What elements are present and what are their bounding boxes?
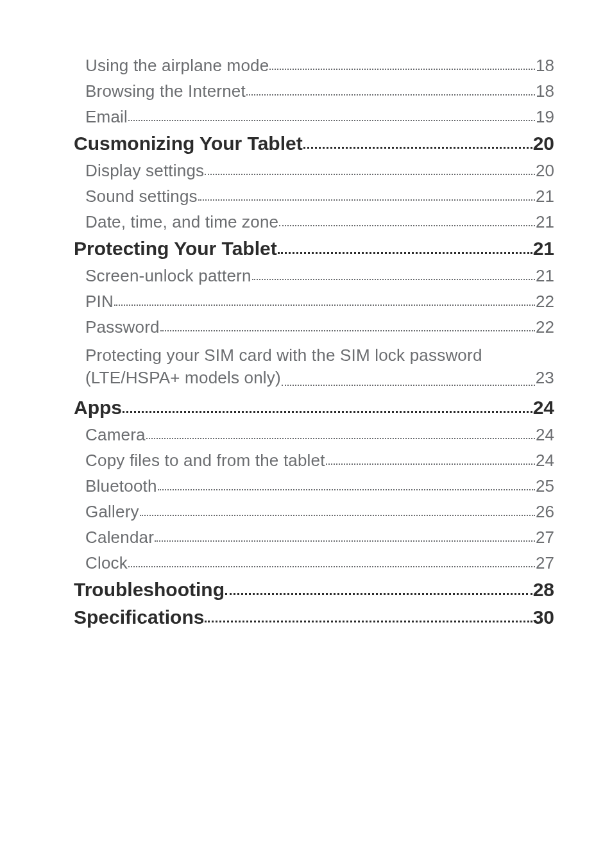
toc-entry-multiline: Protecting your SIM card with the SIM lo… (85, 344, 554, 389)
toc-label: Apps (74, 398, 122, 417)
toc-label: Cusmonizing Your Tablet (74, 134, 303, 153)
toc-label: Screen-unlock pattern (85, 267, 251, 284)
toc-leader-dots (160, 330, 535, 331)
toc-leader-dots (282, 385, 535, 386)
toc-page-number: 18 (536, 83, 554, 99)
toc-label-line2: (LTE/HSPA+ models only) (85, 367, 281, 389)
toc-label: Browsing the Internet (85, 83, 246, 99)
toc-label: Protecting Your Tablet (74, 239, 277, 258)
toc-entry: Display settings 20 (85, 162, 554, 179)
toc-page-number: 27 (536, 529, 554, 546)
toc-leader-dots (278, 252, 532, 254)
toc-leader-dots (128, 120, 535, 121)
toc-label: Sound settings (85, 188, 198, 204)
toc-entry: Browsing the Internet 18 (85, 83, 554, 99)
toc-label: Specifications (74, 608, 204, 627)
toc-section-heading: Specifications 30 (74, 608, 554, 627)
toc-page-number: 18 (536, 57, 554, 74)
toc-leader-dots (205, 174, 535, 175)
toc-page-number: 27 (536, 555, 554, 571)
toc-label: Clock (85, 555, 128, 571)
toc-label: Camera (85, 426, 146, 443)
toc-entry: PIN 22 (85, 293, 554, 310)
toc-leader-dots (303, 147, 532, 149)
toc-label: Troubleshooting (74, 580, 225, 599)
toc-entry: Using the airplane mode 18 (85, 57, 554, 74)
toc-page-number: 19 (536, 108, 554, 125)
toc-leader-dots (114, 305, 535, 306)
toc-page-number: 23 (536, 367, 554, 389)
toc-section-heading: Apps 24 (74, 398, 554, 417)
toc-leader-dots (155, 540, 535, 542)
toc-section-heading: Troubleshooting 28 (74, 580, 554, 599)
toc-label: Using the airplane mode (85, 57, 269, 74)
toc-page-number: 21 (536, 213, 554, 230)
toc-page-number: 22 (536, 293, 554, 310)
toc-page-number: 25 (536, 478, 554, 494)
toc-leader-dots (158, 489, 535, 490)
toc-leader-dots (123, 411, 532, 413)
toc-leader-dots (252, 279, 536, 280)
toc-entry: Camera 24 (85, 426, 554, 443)
toc-page-number: 26 (536, 503, 554, 520)
toc-leader-dots (246, 94, 535, 96)
toc-page-number: 30 (533, 608, 554, 627)
toc-leader-dots (205, 621, 532, 622)
toc-entry: Sound settings 21 (85, 188, 554, 204)
toc-leader-dots (128, 566, 535, 567)
toc-page-number: 24 (533, 398, 554, 417)
toc-leader-dots (140, 515, 535, 516)
toc-label: Copy files to and from the tablet (85, 452, 325, 469)
toc-page-number: 20 (533, 134, 554, 153)
toc-label: Display settings (85, 162, 204, 179)
toc-leader-dots (326, 463, 535, 465)
toc-page-number: 21 (536, 188, 554, 204)
toc-label: Bluetooth (85, 478, 157, 494)
toc-entry: Gallery 26 (85, 503, 554, 520)
toc-page-number: 24 (536, 452, 554, 469)
toc-entry: Password 22 (85, 319, 554, 335)
toc-entry: Copy files to and from the tablet 24 (85, 452, 554, 469)
toc-page-number: 20 (536, 162, 554, 179)
toc-entry: Bluetooth 25 (85, 478, 554, 494)
toc-label: Date, time, and time zone (85, 213, 278, 230)
toc-label: Password (85, 319, 160, 335)
toc-entry: Date, time, and time zone 21 (85, 213, 554, 230)
toc-leader-dots (279, 225, 535, 226)
toc-entry: Screen-unlock pattern 21 (85, 267, 554, 284)
toc-page: Using the airplane mode 18 Browsing the … (0, 0, 612, 680)
toc-label-line1: Protecting your SIM card with the SIM lo… (85, 344, 554, 367)
toc-page-number: 24 (536, 426, 554, 443)
toc-entry: Email 19 (85, 108, 554, 125)
toc-page-number: 28 (533, 580, 554, 599)
toc-page-number: 21 (533, 239, 554, 258)
toc-label: Calendar (85, 529, 154, 546)
toc-label: PIN (85, 293, 114, 310)
toc-entry: Clock 27 (85, 555, 554, 571)
toc-label: Email (85, 108, 128, 125)
toc-section-heading: Cusmonizing Your Tablet 20 (74, 134, 554, 153)
toc-leader-dots (269, 69, 535, 70)
toc-entry: Calendar 27 (85, 529, 554, 546)
toc-page-number: 21 (536, 267, 554, 284)
toc-label: Gallery (85, 503, 139, 520)
toc-section-heading: Protecting Your Tablet 21 (74, 239, 554, 258)
toc-page-number: 22 (536, 319, 554, 335)
toc-leader-dots (225, 593, 532, 595)
toc-leader-dots (146, 438, 535, 439)
toc-leader-dots (198, 199, 535, 201)
